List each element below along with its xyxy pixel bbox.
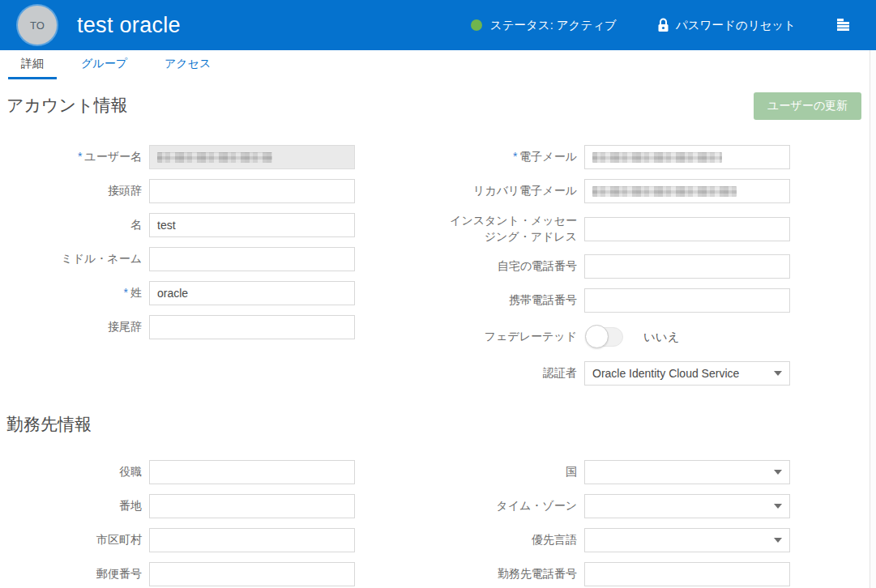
field-label: 国 [446,464,584,480]
work-phone-row: 勤務先電話番号 [446,562,799,586]
city-row: 市区町村 [6,528,361,552]
recovery-email-row: リカバリ電子メール [446,179,799,203]
required-mark: * [78,150,82,163]
timezone-select[interactable] [584,494,790,518]
field-label: 接頭辞 [6,183,149,199]
field-label: *姓 [6,285,149,301]
tab-access[interactable]: アクセス [152,50,224,79]
postal-code-input[interactable] [149,562,355,586]
lock-icon [657,18,669,32]
city-input[interactable] [149,528,355,552]
dropdown-arrow-icon [774,371,782,376]
redacted-value [592,152,722,163]
toggle-knob [585,325,609,348]
status-label: ステータス: アクティブ [490,18,617,33]
field-label: タイム・ゾーン [446,498,584,514]
field-label: 自宅の電話番号 [446,258,584,275]
tab-bar: 詳細 グループ アクセス [0,50,876,79]
country-select[interactable] [584,460,790,484]
dropdown-arrow-icon [774,504,782,509]
last-name-input[interactable] [149,281,355,305]
tab-groups[interactable]: グループ [68,50,140,79]
username-row: *ユーザー名 [6,145,361,169]
redacted-value [592,186,737,197]
job-title-row: 役職 [6,460,361,484]
field-label: フェデレーテッド [446,329,584,345]
avatar: TO [18,6,57,45]
first-name-input[interactable] [149,213,355,237]
prefix-row: 接頭辞 [6,179,361,203]
scrollbar-track[interactable] [870,50,876,588]
field-label: 認証者 [446,365,584,381]
last-name-row: *姓 [6,281,361,305]
account-form: *ユーザー名 接頭辞 名 ミドル・ネーム *姓 接尾辞 [6,145,861,395]
account-section-title: アカウント情報 [6,92,127,117]
email-input[interactable] [584,145,790,169]
country-row: 国 [446,460,799,484]
status-active-dot-icon [471,19,482,31]
tab-details[interactable]: 詳細 [8,50,57,79]
work-form: 役職 番地 市区町村 郵便番号 国 [6,460,861,588]
avatar-initials: TO [30,19,45,32]
field-label: 名 [6,217,149,233]
trash-icon [836,18,850,32]
field-label: *電子メール [446,149,584,165]
field-label: 接尾辞 [6,319,149,335]
im-address-row: インスタント・メッセージング・アドレス [446,213,799,245]
street-input[interactable] [149,494,355,518]
job-title-input[interactable] [149,460,355,484]
work-section-title: 勤務先情報 [6,411,861,436]
first-name-row: 名 [6,213,361,237]
mobile-phone-input[interactable] [584,288,790,313]
header-actions: ステータス: アクティブ パスワードのリセット [471,18,857,33]
details-panel: アカウント情報 ユーザーの更新 *ユーザー名 接頭辞 名 ミドル・ネーム *姓 [0,79,876,588]
mobile-phone-row: 携帯電話番号 [446,288,799,313]
home-phone-input[interactable] [584,254,790,279]
authenticator-row: 認証者 Oracle Identity Cloud Service [446,361,799,386]
email-row: *電子メール [446,145,799,169]
timezone-row: タイム・ゾーン [446,494,799,518]
street-row: 番地 [6,494,361,518]
preferred-language-select[interactable] [584,528,790,552]
postal-code-row: 郵便番号 [6,562,361,586]
home-phone-row: 自宅の電話番号 [446,254,799,279]
dropdown-arrow-icon [774,470,782,475]
field-label: 優先言語 [446,532,584,548]
field-label: インスタント・メッセージング・アドレス [446,213,584,245]
middle-name-input[interactable] [149,247,355,271]
username-input [149,145,355,169]
im-address-input[interactable] [584,217,790,241]
field-label: 市区町村 [6,532,149,548]
field-label: 番地 [6,498,149,514]
update-user-button[interactable]: ユーザーの更新 [754,92,861,120]
reset-password-button[interactable]: パスワードのリセット [657,18,796,33]
field-label: *ユーザー名 [6,149,149,165]
recovery-email-input[interactable] [584,179,790,203]
field-label: 勤務先電話番号 [446,566,584,582]
federated-state-text: いいえ [643,330,680,345]
field-label: 携帯電話番号 [446,292,584,309]
authenticator-select[interactable]: Oracle Identity Cloud Service [584,361,790,386]
redacted-value [157,152,272,163]
reset-password-label: パスワードのリセット [676,18,796,33]
federated-toggle[interactable] [586,327,623,347]
select-value: Oracle Identity Cloud Service [592,367,739,380]
suffix-input[interactable] [149,315,355,339]
preferred-language-row: 優先言語 [446,528,799,552]
field-label: リカバリ電子メール [446,183,584,199]
required-mark: * [124,286,128,299]
dropdown-arrow-icon [774,538,782,543]
federated-row: フェデレーテッド いいえ [446,322,799,352]
field-label: ミドル・ネーム [6,251,149,267]
user-header-bar: TO test oracle ステータス: アクティブ パスワードのリセット [0,0,876,50]
field-label: 郵便番号 [6,566,149,582]
field-label: 役職 [6,464,149,480]
middle-name-row: ミドル・ネーム [6,247,361,271]
work-phone-input[interactable] [584,562,790,586]
status-badge: ステータス: アクティブ [471,18,617,33]
page-title: test oracle [77,13,181,38]
prefix-input[interactable] [149,179,355,203]
suffix-row: 接尾辞 [6,315,361,339]
remove-user-button[interactable] [836,18,850,32]
required-mark: * [513,150,517,163]
